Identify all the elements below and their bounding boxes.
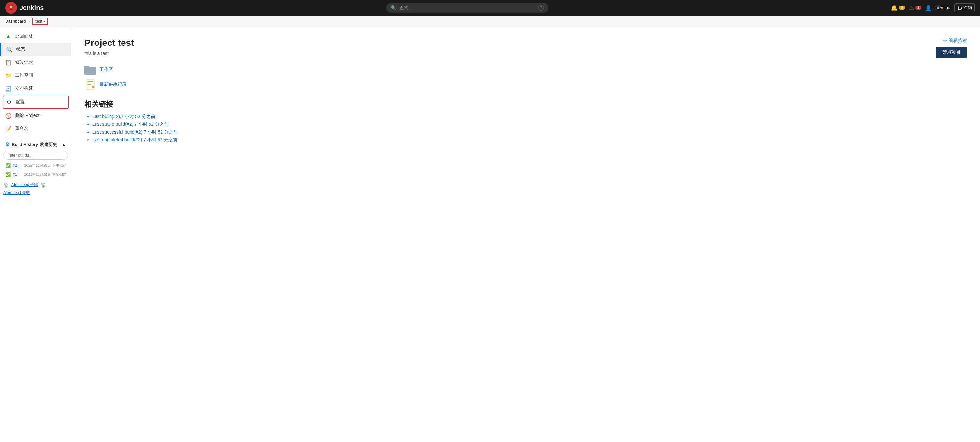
workspace-link[interactable]: 工作区 (99, 67, 113, 73)
sidebar-item-status[interactable]: 🔍 状态 (0, 43, 71, 56)
build-history-gear-icon: ⚙ (5, 142, 10, 148)
list-item: Last stable build(#2),7 小时 52 分之前 (92, 122, 967, 127)
changelog-link[interactable]: 最新修改记录 (99, 81, 127, 87)
related-links-list: Last build(#2),7 小时 52 分之前 Last stable b… (84, 114, 967, 143)
edit-desc-label: 编辑描述 (949, 38, 967, 43)
header: Jenkins 🔍 ? 🔔 2 ⚠ 1 👤 Joey Liu ⏻ 注销 (0, 0, 980, 16)
workspace-folder-icon (84, 64, 96, 75)
sidebar-label-configure: 配置 (16, 99, 25, 105)
breadcrumb-sep-1: › (29, 19, 30, 24)
layout: ▲ 返回面板 🔍 状态 📋 修改记录 📁 工作空间 🔄 立即构建 ⚙ 配置 🚫 … (0, 27, 980, 442)
last-stable-build-link[interactable]: Last stable build(#2),7 小时 52 分之前 (92, 122, 169, 127)
pencil-icon: ✏ (943, 38, 947, 43)
build-history-header: ⚙ Build History 构建历史 ▲ (0, 138, 71, 149)
last-completed-build-link[interactable]: Last completed build(#2),7 小时 52 分之前 (92, 137, 177, 142)
sidebar: ▲ 返回面板 🔍 状态 📋 修改记录 📁 工作空间 🔄 立即构建 ⚙ 配置 🚫 … (0, 27, 72, 442)
build-1-date: 2022年11月29日 下午4:57 (24, 172, 66, 177)
list-item: Last successful build(#2),7 小时 52 分之前 (92, 129, 967, 135)
changelog-icon: 📋 (5, 59, 12, 66)
last-successful-build-link[interactable]: Last successful build(#2),7 小时 52 分之前 (92, 129, 178, 135)
main-content: ✏ 编辑描述 禁用项目 Project test this is a test … (72, 27, 980, 442)
project-description: this is a test (84, 51, 967, 56)
rss-icon-2: 📡 (41, 182, 46, 188)
svg-rect-7 (88, 84, 91, 85)
breadcrumb-arrow-icon: › (43, 19, 45, 24)
jenkins-title: Jenkins (19, 4, 43, 12)
atom-feed-fail-link[interactable]: Atom feed 失败 (3, 190, 30, 196)
breadcrumb-project-name: test (35, 19, 42, 24)
warnings-btn[interactable]: ⚠ 1 (909, 4, 921, 11)
notifications-badge: 2 (899, 6, 905, 10)
header-right: 🔔 2 ⚠ 1 👤 Joey Liu ⏻ 注销 (891, 3, 975, 12)
user-icon: 👤 (925, 5, 932, 11)
links-section: 工作区 最新修改记录 (84, 64, 967, 91)
build-item-1[interactable]: ✅ #1 2022年11月29日 下午4:57 (0, 170, 71, 179)
warning-icon: ⚠ (909, 4, 914, 11)
logout-label: 注销 (963, 5, 972, 11)
sidebar-item-rename[interactable]: 📝 重命名 (0, 122, 71, 135)
help-icon[interactable]: ? (538, 5, 544, 11)
user-menu[interactable]: 👤 Joey Liu (925, 5, 950, 11)
sidebar-label-delete: 删除 Project (15, 113, 39, 119)
action-panel: ✏ 编辑描述 禁用项目 (936, 38, 967, 58)
search-input[interactable] (399, 5, 536, 10)
breadcrumb: Dashboard › test › (0, 16, 980, 27)
build-2-date: 2022年11月29日 下午4:57 (24, 163, 66, 168)
sidebar-item-workspace[interactable]: 📁 工作空间 (0, 69, 71, 82)
svg-point-1 (10, 6, 12, 8)
user-name: Joey Liu (934, 5, 950, 10)
sidebar-label-changelog: 修改记录 (15, 59, 33, 65)
list-item: Last completed build(#2),7 小时 52 分之前 (92, 137, 967, 143)
search-icon: 🔍 (391, 5, 397, 11)
build-history-cn: 构建历史 (40, 142, 57, 148)
edit-description-button[interactable]: ✏ 编辑描述 (943, 38, 967, 43)
atom-feed-bar: 📡 Atom feed 全部 📡 Atom feed 失败 (0, 179, 71, 198)
delete-icon: 🚫 (5, 113, 12, 119)
disable-project-button[interactable]: 禁用项目 (936, 47, 967, 58)
list-item: Last build(#2),7 小时 52 分之前 (92, 114, 967, 119)
bell-icon: 🔔 (891, 4, 898, 11)
build-1-link[interactable]: #1 (13, 172, 17, 177)
svg-rect-5 (88, 81, 93, 81)
notifications-bell[interactable]: 🔔 2 (891, 4, 905, 11)
related-links-title: 相关链接 (84, 99, 967, 109)
build-history-collapse-icon[interactable]: ▲ (61, 142, 66, 147)
build-history-left: ⚙ Build History 构建历史 (5, 142, 57, 148)
last-build-link[interactable]: Last build(#2),7 小时 52 分之前 (92, 114, 155, 119)
logout-button[interactable]: ⏻ 注销 (955, 3, 975, 12)
sidebar-label-build-now: 立即构建 (15, 86, 33, 91)
logout-icon: ⏻ (957, 5, 962, 11)
back-dashboard-icon: ▲ (5, 33, 12, 40)
svg-rect-6 (88, 83, 93, 83)
build-item-1-left: ✅ #1 (5, 172, 17, 177)
breadcrumb-dashboard[interactable]: Dashboard (5, 19, 26, 24)
sidebar-label-status: 状态 (16, 46, 25, 52)
build-item-2-left: ✅ #2 (5, 163, 17, 168)
sidebar-item-back-dashboard[interactable]: ▲ 返回面板 (0, 30, 71, 43)
sidebar-item-changelog[interactable]: 📋 修改记录 (0, 56, 71, 69)
sidebar-item-configure[interactable]: ⚙ 配置 (3, 95, 68, 108)
filter-builds-input[interactable] (3, 151, 68, 160)
sidebar-item-build-now[interactable]: 🔄 立即构建 (0, 82, 71, 95)
sidebar-item-delete[interactable]: 🚫 删除 Project (0, 109, 71, 122)
jenkins-logo-icon (5, 2, 17, 14)
changelog-notepad-icon (84, 79, 96, 91)
breadcrumb-project[interactable]: test › (32, 17, 48, 25)
search-bar: 🔍 ? (386, 3, 549, 13)
jenkins-logo-link[interactable]: Jenkins (5, 2, 43, 14)
build-history-label: Build History (12, 142, 38, 147)
build-item-2[interactable]: ✅ #2 2022年11月29日 下午4:57 (0, 161, 71, 170)
configure-icon: ⚙ (6, 99, 12, 105)
filter-wrap (0, 149, 71, 161)
project-title: Project test (84, 38, 967, 48)
workspace-icon: 📁 (5, 72, 12, 79)
sidebar-label-rename: 重命名 (15, 126, 29, 132)
atom-feed-all-link[interactable]: Atom feed 全部 (11, 182, 38, 188)
workspace-link-item: 工作区 (84, 64, 967, 75)
status-icon: 🔍 (6, 46, 13, 52)
svg-rect-3 (84, 66, 89, 68)
rss-icon-1: 📡 (3, 182, 9, 188)
warnings-badge: 1 (915, 6, 921, 10)
build-2-link[interactable]: #2 (13, 163, 17, 168)
build-1-status-icon: ✅ (5, 172, 11, 177)
